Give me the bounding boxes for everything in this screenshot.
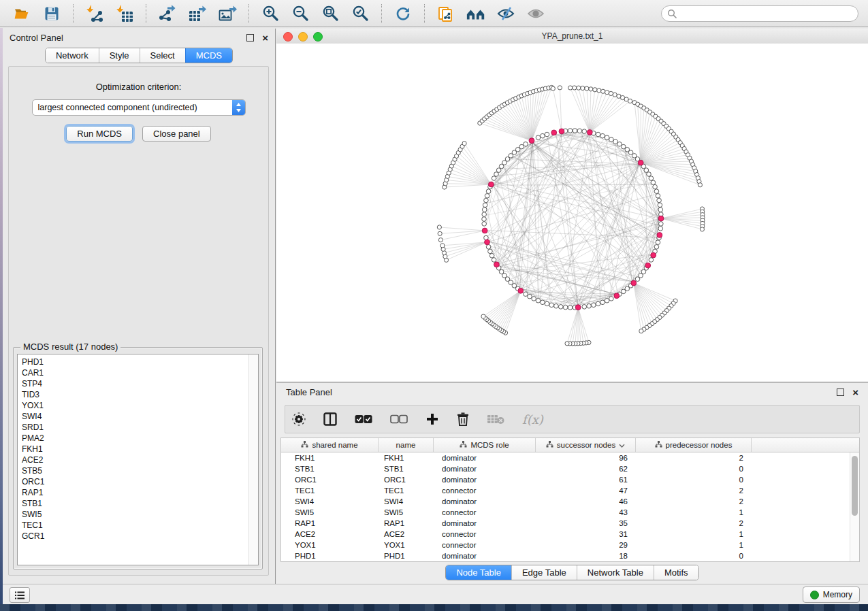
result-list-item[interactable]: CAR1: [22, 367, 248, 378]
table-row[interactable]: YOX1YOX1connector291: [281, 540, 850, 550]
desktop-background-bottom: [0, 604, 868, 611]
result-list-item[interactable]: PMA2: [22, 433, 248, 444]
column-header-successor-nodes[interactable]: successor nodes: [536, 438, 636, 452]
mcds-result-list[interactable]: PHD1CAR1STP4TID3YOX1SWI4SRD1PMA2FKH1ACE2…: [17, 354, 259, 565]
table-row[interactable]: SWI5SWI5connector431: [281, 507, 850, 518]
table-cell: 0: [636, 465, 752, 473]
table-row[interactable]: STB1STB1dominator620: [281, 463, 850, 474]
result-list-item[interactable]: SWI5: [22, 509, 248, 520]
memory-button[interactable]: Memory: [803, 587, 860, 603]
toolbar-separator: [424, 4, 425, 23]
result-list-item[interactable]: GCR1: [22, 531, 248, 542]
table-cell: TEC1: [281, 486, 379, 495]
table-row[interactable]: PHD1PHD1dominator180: [281, 550, 850, 561]
table-tab-motifs[interactable]: Motifs: [654, 565, 698, 580]
result-list-item[interactable]: FKH1: [22, 444, 248, 455]
result-list-item[interactable]: SWI4: [22, 411, 248, 422]
export-image-icon[interactable]: [217, 3, 238, 24]
result-list-item[interactable]: TEC1: [22, 520, 248, 531]
minimize-window-icon[interactable]: [298, 32, 308, 42]
search-icon: [667, 9, 677, 18]
table-tab-network-table[interactable]: Network Table: [577, 565, 654, 580]
zoom-out-icon[interactable]: [290, 3, 310, 24]
select-all-icon[interactable]: [355, 414, 372, 424]
result-list-item[interactable]: TID3: [22, 389, 248, 400]
import-table-icon[interactable]: [114, 3, 135, 24]
tab-network[interactable]: Network: [46, 48, 99, 63]
first-neighbors-icon[interactable]: [466, 3, 486, 24]
zoom-selected-icon[interactable]: [350, 3, 370, 24]
show-columns-icon[interactable]: [323, 412, 337, 426]
table-row[interactable]: ACE2ACE2connector311: [281, 529, 850, 540]
criterion-select[interactable]: largest connected component (undirected): [32, 99, 246, 116]
table-scrollbar-thumb[interactable]: [852, 456, 858, 516]
table-settings-icon[interactable]: [292, 412, 306, 426]
refresh-layout-icon[interactable]: [393, 3, 413, 24]
deselect-all-icon[interactable]: [390, 414, 408, 424]
column-header-MCDS-role[interactable]: MCDS role: [434, 438, 536, 452]
import-network-icon[interactable]: [84, 3, 105, 24]
table-tab-edge-table[interactable]: Edge Table: [511, 565, 577, 580]
column-header-shared-name[interactable]: shared name: [281, 438, 379, 452]
tab-select[interactable]: Select: [140, 48, 185, 63]
table-row[interactable]: ORC1ORC1dominator610: [281, 474, 850, 485]
result-list-item[interactable]: STP4: [22, 378, 248, 389]
network-window-title: YPA_prune.txt_1: [542, 31, 603, 41]
zoom-in-icon[interactable]: [260, 3, 280, 24]
table-cell: 31: [536, 530, 636, 538]
table-row[interactable]: TEC1TEC1connector472: [281, 485, 850, 496]
close-panel-icon[interactable]: ×: [262, 35, 268, 41]
maximize-window-icon[interactable]: [313, 32, 323, 42]
result-list-item[interactable]: PHD1: [22, 357, 248, 367]
table-cell: PHD1: [281, 552, 379, 560]
zoom-fit-icon[interactable]: [320, 3, 340, 24]
result-list-item[interactable]: YOX1: [22, 400, 248, 411]
result-list-item[interactable]: ORC1: [22, 476, 248, 487]
table-cell: SWI5: [281, 508, 379, 516]
function-builder-icon[interactable]: f(x): [522, 412, 543, 427]
export-network-icon[interactable]: [157, 3, 178, 24]
tab-mcds[interactable]: MCDS: [185, 48, 232, 63]
table-cell: 1: [636, 508, 752, 516]
result-list-item[interactable]: STB5: [22, 465, 248, 476]
table-cell: 96: [536, 454, 636, 462]
table-cell: 43: [536, 508, 636, 516]
new-network-from-selection-icon[interactable]: [436, 3, 456, 24]
hide-selected-icon[interactable]: [496, 3, 516, 24]
open-file-icon[interactable]: [12, 3, 32, 24]
close-window-icon[interactable]: [283, 32, 293, 42]
close-table-panel-icon[interactable]: ×: [852, 389, 858, 395]
table-scrollbar[interactable]: [850, 452, 859, 561]
float-window-icon[interactable]: [246, 34, 254, 42]
column-header-predecessor-nodes[interactable]: predecessor nodes: [636, 438, 752, 452]
tab-style[interactable]: Style: [99, 48, 140, 63]
result-list-item[interactable]: STB1: [22, 498, 248, 509]
table-cell: dominator: [434, 519, 536, 527]
save-session-icon[interactable]: [42, 3, 62, 24]
result-list-item[interactable]: RAP1: [22, 487, 248, 498]
add-column-icon[interactable]: [425, 412, 439, 426]
list-icon: [15, 591, 25, 599]
search-box[interactable]: [661, 5, 858, 22]
close-panel-button[interactable]: Close panel: [142, 126, 211, 142]
delete-table-icon[interactable]: [487, 414, 504, 425]
result-list-item[interactable]: SRD1: [22, 422, 248, 433]
search-input[interactable]: [681, 8, 852, 19]
table-cell: dominator: [434, 552, 536, 560]
table-row[interactable]: SWI4SWI4dominator462: [281, 496, 850, 507]
table-cell: 2: [636, 497, 752, 506]
run-mcds-button[interactable]: Run MCDS: [66, 126, 133, 142]
export-table-icon[interactable]: [187, 3, 208, 24]
float-table-panel-icon[interactable]: [837, 389, 844, 396]
result-list-scrollbar[interactable]: [248, 354, 258, 565]
table-tab-node-table[interactable]: Node Table: [446, 565, 511, 580]
column-header-name[interactable]: name: [379, 438, 434, 452]
table-panel: Table Panel × f(x) shared namenameMCDS: [276, 382, 868, 584]
table-row[interactable]: RAP1RAP1dominator352: [281, 518, 850, 529]
result-list-item[interactable]: ACE2: [22, 455, 248, 465]
show-all-icon[interactable]: [526, 3, 546, 24]
delete-columns-icon[interactable]: [457, 412, 469, 426]
network-canvas[interactable]: [276, 44, 868, 381]
table-row[interactable]: FKH1FKH1dominator962: [281, 452, 850, 463]
log-console-button[interactable]: [10, 587, 30, 603]
